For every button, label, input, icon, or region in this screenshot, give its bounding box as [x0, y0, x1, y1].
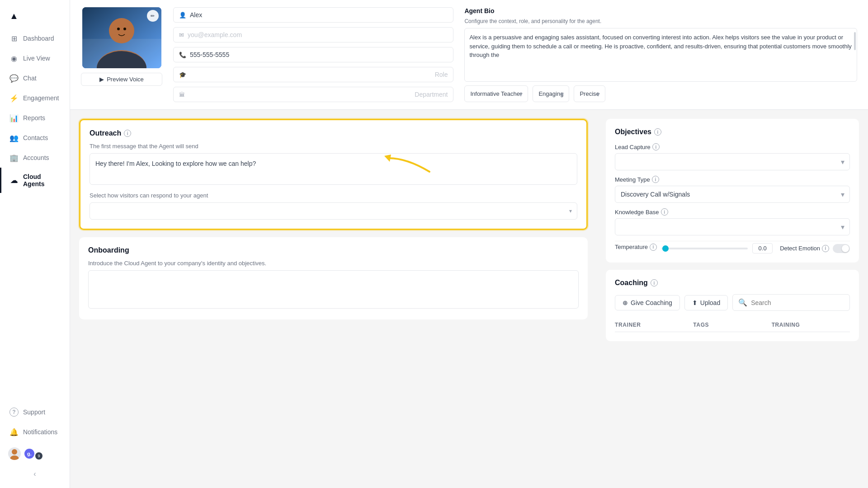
search-icon: 🔍 [738, 298, 747, 307]
give-coaching-button[interactable]: ⊕ Give Coaching [615, 295, 680, 310]
meeting-type-info-icon[interactable]: i [652, 176, 659, 183]
sidebar-item-contacts[interactable]: 👥 Contacts [0, 128, 70, 148]
lead-capture-dropdown[interactable] [615, 153, 850, 170]
department-icon: 🏛 [179, 91, 185, 98]
sidebar-item-engagement[interactable]: ⚡ Engagement [0, 88, 70, 108]
upload-button[interactable]: ⬆ Upload [684, 295, 728, 310]
lead-capture-info-icon[interactable]: i [652, 143, 660, 150]
agent-bio-subtitle: Configure the context, role, and persona… [464, 18, 857, 24]
objectives-title: Objectives [615, 128, 651, 136]
sidebar-label-contacts: Contacts [23, 134, 48, 141]
sidebar-logo[interactable]: ▲ [0, 5, 70, 28]
outreach-info-icon[interactable]: i [124, 130, 131, 137]
user-avatar [8, 447, 21, 460]
cloud-agents-icon: ☁ [9, 176, 19, 185]
agent-style-row: Informative Teacher ▾ Engaging ▾ Precise… [464, 85, 857, 102]
accounts-icon: 🏢 [9, 153, 19, 162]
coaching-info-icon[interactable]: i [651, 279, 658, 286]
sidebar-item-notifications[interactable]: 🔔 Notifications [0, 422, 70, 442]
onboarding-content-input[interactable] [88, 270, 579, 309]
knowledge-base-label: Knowledge Base i [615, 208, 850, 216]
plus-circle-icon: ⊕ [623, 299, 628, 306]
sidebar-label-cloud-agents: Cloud Agents [23, 173, 61, 188]
outreach-message-input[interactable]: Hey there! I'm Alex, Looking to explore … [90, 153, 577, 185]
preview-voice-button[interactable]: ▶ Preview Voice [81, 73, 162, 86]
sidebar-label-accounts: Accounts [23, 154, 49, 161]
person-icon: 👤 [179, 12, 186, 19]
temperature-section: Temperature i 0.0 [615, 243, 773, 253]
outreach-response-dropdown[interactable] [90, 202, 577, 220]
detect-emotion-toggle[interactable] [833, 244, 850, 253]
sidebar-item-chat[interactable]: 💬 Chat [0, 68, 70, 88]
support-icon: ? [9, 408, 19, 417]
svg-point-7 [117, 28, 120, 30]
coaching-search-input[interactable] [751, 299, 844, 306]
sidebar-item-accounts[interactable]: 🏢 Accounts [0, 148, 70, 168]
notification-badge: 9 [35, 452, 42, 460]
agent-name-value: Alex [190, 11, 202, 19]
temperature-label: Temperature i [615, 244, 657, 251]
upload-icon: ⬆ [692, 299, 698, 306]
coaching-table-header: TRAINER TAGS TRAINING [615, 318, 850, 332]
coaching-title: Coaching [615, 279, 648, 287]
play-icon: ▶ [99, 76, 104, 83]
outreach-response-label: Select how visitors can respond to your … [90, 192, 577, 199]
style-dropdown-2[interactable]: Engaging ▾ [533, 85, 569, 102]
agent-email-placeholder: you@example.com [188, 31, 242, 38]
sidebar-item-support[interactable]: ? Support [0, 402, 70, 422]
outreach-title-row: Outreach i [90, 129, 577, 137]
engagement-icon: ⚡ [9, 94, 19, 103]
sidebar-label-reports: Reports [23, 114, 45, 122]
sidebar-item-cloud-agents[interactable]: ☁ Cloud Agents [0, 168, 70, 193]
detect-emotion-info-icon[interactable]: i [822, 245, 829, 252]
svg-point-0 [12, 449, 17, 455]
temperature-value: 0.0 [752, 243, 773, 253]
role-icon: 🎓 [179, 71, 186, 78]
agent-fields-section: 👤 Alex ✉ you@example.com 📞 555-555-5555 … [173, 0, 453, 109]
agent-bio-textarea[interactable]: Alex is a persuasive and engaging sales … [464, 28, 857, 82]
top-area: ✏ ▶ Preview Voice 👤 Alex ✉ you@example.c… [70, 0, 868, 110]
temperature-info-icon[interactable]: i [650, 244, 657, 251]
agent-name-field[interactable]: 👤 Alex [173, 7, 453, 23]
trainer-column-header: TRAINER [615, 322, 693, 328]
onboarding-title-row: Onboarding [88, 246, 579, 254]
give-coaching-label: Give Coaching [631, 299, 672, 306]
agent-department-field[interactable]: 🏛 Department [173, 87, 453, 102]
reports-icon: 📊 [9, 113, 19, 122]
tags-column-header: TAGS [693, 322, 771, 328]
objectives-info-icon[interactable]: i [654, 128, 661, 136]
meeting-type-dropdown[interactable]: Discovery Call w/Signals [615, 186, 850, 203]
knowledge-base-dropdown[interactable] [615, 218, 850, 235]
agent-phone-field[interactable]: 📞 555-555-5555 [173, 47, 453, 62]
user-row[interactable]: g. 9 [0, 442, 70, 465]
main-content: ✏ ▶ Preview Voice 👤 Alex ✉ you@example.c… [70, 0, 868, 488]
temperature-thumb[interactable] [662, 245, 669, 252]
agent-email-field[interactable]: ✉ you@example.com [173, 27, 453, 42]
sidebar-item-live-view[interactable]: ◉ Live View [0, 48, 70, 68]
agent-bio-section: Agent Bio Configure the context, role, a… [464, 0, 857, 109]
right-panel: Objectives i Lead Capture i [597, 110, 868, 488]
phone-icon: 📞 [179, 52, 186, 58]
outreach-card: Outreach i The first message that the Ag… [79, 119, 588, 230]
coaching-actions: ⊕ Give Coaching ⬆ Upload 🔍 [615, 294, 850, 311]
knowledge-base-field: Knowledge Base i ▾ [615, 208, 850, 235]
style-dropdown-3[interactable]: Precise ▾ [574, 85, 605, 102]
outreach-response-dropdown-wrap: ▾ [90, 202, 577, 220]
sidebar-label-dashboard: Dashboard [23, 35, 54, 42]
divider [615, 241, 850, 241]
temperature-slider[interactable] [661, 248, 748, 249]
edit-photo-button[interactable]: ✏ [147, 10, 159, 22]
email-icon: ✉ [179, 32, 184, 38]
objectives-card: Objectives i Lead Capture i [606, 119, 859, 263]
agent-role-field[interactable]: 🎓 Role [173, 67, 453, 82]
training-column-header: TRAINING [772, 322, 850, 328]
sidebar-collapse-button[interactable]: ‹ [0, 465, 70, 483]
svg-point-8 [123, 28, 126, 30]
knowledge-base-info-icon[interactable]: i [661, 208, 668, 216]
meeting-type-label: Meeting Type i [615, 176, 850, 183]
chevron-left-icon: ‹ [33, 470, 36, 478]
sidebar-item-reports[interactable]: 📊 Reports [0, 108, 70, 128]
svg-point-1 [10, 455, 19, 460]
sidebar-item-dashboard[interactable]: ⊞ Dashboard [0, 28, 70, 48]
style-dropdown-1[interactable]: Informative Teacher ▾ [464, 85, 528, 102]
